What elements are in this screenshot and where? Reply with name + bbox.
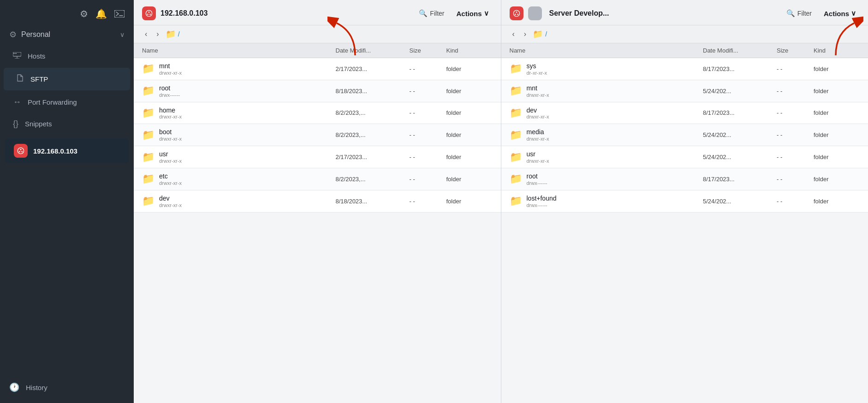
svg-point-16 (513, 10, 519, 16)
folder-icon: 📁 (142, 107, 155, 119)
right-forward-button[interactable]: › (521, 29, 529, 39)
table-row[interactable]: 📁 boot drwxr-xr-x 8/2/2023,... - - folde… (134, 124, 501, 146)
left-col-name: Name (142, 47, 336, 54)
folder-icon: 📁 (142, 195, 155, 207)
file-name: home (159, 107, 182, 114)
left-server-icon (142, 6, 156, 20)
svg-point-14 (149, 14, 151, 15)
table-row[interactable]: 📁 sys dr-xr-xr-x 8/17/2023... - - folder (501, 58, 868, 80)
right-filter-button[interactable]: 🔍 Filter (783, 7, 815, 19)
right-breadcrumb[interactable]: 📁 / (533, 29, 547, 39)
svg-point-10 (21, 151, 23, 153)
file-name: root (527, 172, 547, 180)
file-permissions: drwx------ (527, 202, 557, 208)
file-name: dev (159, 195, 182, 202)
sidebar-item-sftp[interactable]: SFTP (4, 68, 130, 90)
left-back-button[interactable]: ‹ (142, 29, 150, 39)
notifications-icon[interactable]: 🔔 (95, 8, 107, 19)
personal-gear-icon: ⚙ (9, 30, 17, 40)
sidebar-active-host[interactable]: 192.168.0.103 (5, 138, 129, 163)
file-name: lost+found (527, 195, 557, 202)
file-name-cell: 📁 usr drwxr-xr-x (142, 150, 336, 164)
file-name: mnt (159, 62, 182, 70)
sidebar-item-history[interactable]: 🕐 History (0, 376, 134, 398)
file-kind: folder (814, 131, 860, 138)
table-row[interactable]: 📁 mnt drwxr-xr-x 5/24/202... - - folder (501, 80, 868, 102)
table-row[interactable]: 📁 root drwx------ 8/17/2023... - - folde… (501, 168, 868, 190)
right-panel-title: Server Develop... (549, 9, 778, 18)
sidebar-item-port-forwarding[interactable]: ↔ Port Forwarding (0, 91, 134, 113)
sidebar-section-personal[interactable]: ⚙ Personal ∨ (0, 24, 134, 45)
svg-point-8 (20, 149, 22, 150)
table-row[interactable]: 📁 home drwxr-xr-x 8/2/2023,... - - folde… (134, 102, 501, 124)
svg-point-17 (516, 12, 517, 13)
right-actions-button[interactable]: Actions ∨ (820, 7, 860, 19)
terminal-icon[interactable] (114, 10, 125, 18)
table-row[interactable]: 📁 dev drwxr-xr-x 8/18/2023... - - folder (134, 190, 501, 213)
left-file-panel: 192.168.0.103 🔍 Filter Actions ∨ ‹ › 📁 /… (134, 0, 501, 403)
svg-rect-3 (13, 53, 15, 54)
file-size: - - (410, 109, 446, 116)
file-date: 8/18/2023... (336, 88, 410, 95)
left-actions-button[interactable]: Actions ∨ (452, 7, 492, 19)
right-col-size: Size (777, 47, 814, 54)
table-row[interactable]: 📁 usr drwxr-xr-x 5/24/202... - - folder (501, 146, 868, 168)
sidebar-item-snippets[interactable]: {} Snippets (0, 113, 134, 135)
file-date: 5/24/202... (703, 88, 777, 95)
file-permissions: dr-xr-xr-x (527, 70, 547, 76)
right-server-thumbnail (528, 6, 542, 20)
sftp-icon (17, 74, 24, 84)
file-permissions: drwxr-xr-x (159, 114, 182, 119)
folder-icon: 📁 (510, 195, 522, 207)
sidebar-item-hosts[interactable]: Hosts (0, 45, 134, 67)
file-name-cell: 📁 usr drwxr-xr-x (510, 150, 703, 164)
folder-icon: 📁 (510, 63, 522, 75)
right-server-icon (510, 6, 523, 20)
file-name: boot (159, 128, 182, 136)
main-content: 192.168.0.103 🔍 Filter Actions ∨ ‹ › 📁 /… (134, 0, 868, 403)
file-permissions: drwxr-xr-x (159, 202, 182, 208)
file-permissions: drwxr-xr-x (159, 136, 182, 142)
right-actions-chevron-icon: ∨ (851, 9, 856, 18)
file-size: - - (410, 176, 446, 183)
file-name-cell: 📁 lost+found drwx------ (510, 195, 703, 208)
right-file-panel: Server Develop... 🔍 Filter Actions ∨ ‹ ›… (501, 0, 868, 403)
table-row[interactable]: 📁 lost+found drwx------ 5/24/202... - - … (501, 190, 868, 213)
file-size: - - (410, 65, 446, 72)
table-row[interactable]: 📁 root drwx------ 8/18/2023... - - folde… (134, 80, 501, 102)
file-date: 8/17/2023... (703, 65, 777, 72)
left-breadcrumb[interactable]: 📁 / (166, 29, 180, 39)
svg-point-19 (517, 14, 518, 15)
left-actions-label: Actions (456, 10, 482, 18)
right-back-button[interactable]: ‹ (510, 29, 517, 39)
left-actions-chevron-icon: ∨ (484, 9, 489, 18)
left-col-date: Date Modifi... (336, 47, 410, 54)
file-size: - - (777, 65, 814, 72)
file-permissions: drwxr-xr-x (159, 180, 182, 186)
file-name: root (159, 84, 180, 92)
svg-rect-4 (15, 53, 17, 54)
folder-icon: 📁 (142, 129, 155, 141)
file-kind: folder (814, 154, 860, 160)
svg-rect-0 (114, 10, 125, 18)
file-permissions: drwx------ (159, 92, 180, 98)
table-row[interactable]: 📁 media drwxr-xr-x 5/24/202... - - folde… (501, 124, 868, 146)
settings-icon[interactable]: ⚙ (80, 8, 88, 19)
table-row[interactable]: 📁 dev drwxr-xr-x 8/17/2023... - - folder (501, 102, 868, 124)
table-row[interactable]: 📁 usr drwxr-xr-x 2/17/2023... - - folder (134, 146, 501, 168)
file-permissions: drwxr-xr-x (527, 136, 549, 142)
left-filter-button[interactable]: 🔍 Filter (415, 7, 448, 19)
left-forward-button[interactable]: › (154, 29, 161, 39)
file-date: 2/17/2023... (336, 154, 410, 160)
file-size: - - (410, 131, 446, 138)
folder-icon: 📁 (142, 63, 155, 75)
table-row[interactable]: 📁 etc drwxr-xr-x 8/2/2023,... - - folder (134, 168, 501, 190)
sidebar-item-sftp-label: SFTP (30, 75, 48, 83)
svg-point-9 (19, 151, 20, 153)
file-size: - - (777, 131, 814, 138)
svg-point-18 (515, 14, 516, 15)
right-table-header: Name Date Modifi... Size Kind (501, 43, 868, 58)
sidebar-item-port-forwarding-label: Port Forwarding (28, 98, 77, 106)
table-row[interactable]: 📁 mnt drwxr-xr-x 2/17/2023... - - folder (134, 58, 501, 80)
file-kind: folder (814, 198, 860, 205)
